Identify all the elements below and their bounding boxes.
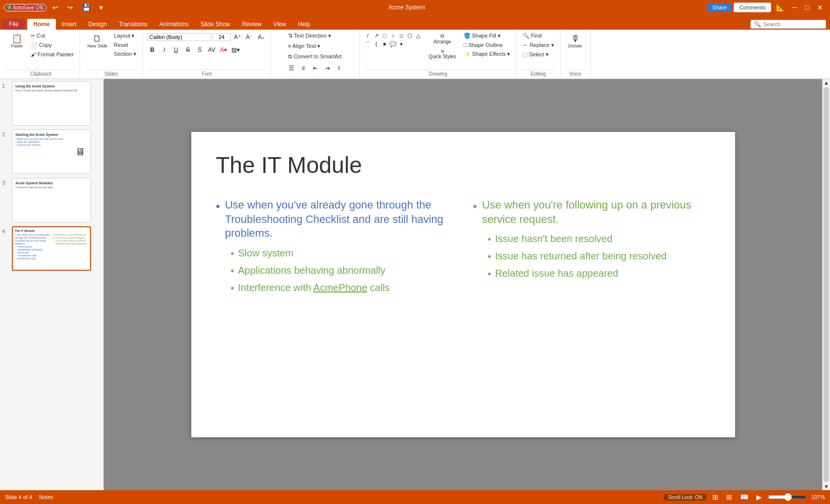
slide-panel: 1 Using the Acme System How to create an…	[0, 79, 104, 490]
tab-transitions[interactable]: Transitions	[113, 19, 153, 30]
font-name-input[interactable]	[147, 33, 211, 41]
text-direction-label: Text Direction	[294, 33, 327, 39]
maximize-btn[interactable]: □	[802, 2, 812, 12]
rect-shape[interactable]: □	[381, 32, 389, 40]
tab-animations[interactable]: Animations	[153, 19, 194, 30]
title-bar-left: AutoSave ON ↩ ↪ 💾 ▾	[4, 2, 106, 12]
scroll-up-arrow[interactable]: ▲	[823, 79, 830, 86]
pentagon-shape[interactable]: ⬠	[406, 32, 414, 40]
diamond-shape[interactable]: ◇	[397, 32, 405, 40]
slide-sorter-btn[interactable]: ⊞	[724, 493, 734, 502]
scroll-down-arrow[interactable]: ▼	[823, 483, 830, 490]
tab-review[interactable]: Review	[236, 19, 267, 30]
tab-file[interactable]: File	[2, 19, 25, 30]
new-slide-btn[interactable]: 🗋 New Slide	[84, 32, 111, 51]
highlight-btn[interactable]: ▨▾	[230, 44, 241, 55]
status-bar-left: Slide 4 of 4 Notes	[5, 494, 55, 501]
save-btn[interactable]: 💾	[79, 2, 93, 12]
slide-thumb-1[interactable]: 1 Using the Acme System How to create an…	[2, 81, 101, 126]
customize-qat-btn[interactable]: ▾	[96, 2, 106, 12]
close-btn[interactable]: ✕	[814, 2, 826, 12]
bold-btn[interactable]: B	[147, 44, 158, 55]
decrease-indent-btn[interactable]: ⇤	[310, 63, 321, 74]
arrow-shape[interactable]: ↗	[372, 32, 380, 40]
find-btn[interactable]: 🔍 Find	[521, 32, 543, 40]
char-spacing-btn[interactable]: AV	[206, 44, 217, 55]
section-btn[interactable]: Section ▾	[112, 50, 138, 58]
callout-shape[interactable]: 💬	[389, 40, 397, 48]
slide-preview-3: Acme System Modules Choose the right one…	[12, 178, 91, 222]
status-bar-right: Scroll Lock: ON ⊞ ⊞ 📖 ▶ 107%	[664, 493, 825, 502]
scroll-lock-label: Scroll Lock: ON	[668, 495, 702, 500]
shape-outline-btn[interactable]: □ Shape Outline	[462, 41, 512, 49]
underline-btn[interactable]: U	[171, 44, 181, 55]
italic-btn[interactable]: I	[159, 44, 170, 55]
normal-view-btn[interactable]: ⊞	[710, 493, 720, 502]
ribbon-group-voice: 🎙 Dictate Voice	[561, 31, 591, 78]
tab-slideshow[interactable]: Slide Show	[195, 19, 236, 30]
quick-styles-btn[interactable]: ≋ Quick Styles	[426, 47, 459, 61]
curved-shape[interactable]: ⌒	[364, 40, 372, 48]
tab-view[interactable]: View	[267, 19, 292, 30]
reset-btn[interactable]: Reset	[112, 41, 138, 49]
slideshow-btn[interactable]: ▶	[754, 493, 764, 502]
strikethrough-btn[interactable]: S	[182, 44, 193, 55]
slide-area: The IT Module • Use when you've already …	[104, 79, 822, 490]
tab-design[interactable]: Design	[83, 19, 113, 30]
redo-btn[interactable]: ↪	[64, 2, 76, 12]
slide-thumb-3[interactable]: 3 Acme System Modules Choose the right o…	[2, 178, 101, 222]
columns-btn[interactable]: ⫴	[334, 63, 345, 74]
autosave-dot	[7, 5, 11, 9]
quick-styles-icon: ≋	[440, 48, 444, 54]
align-text-label: Align Text	[292, 43, 316, 49]
shape-effects-btn[interactable]: ✨ Shape Effects ▾	[462, 50, 512, 58]
autosave-badge[interactable]: AutoSave ON	[4, 4, 46, 11]
slide-thumb-4[interactable]: 4 The IT Module • Use when you've alread…	[2, 226, 101, 271]
select-btn[interactable]: ⬚ Select ▾	[521, 50, 551, 59]
increase-indent-btn[interactable]: ⇥	[322, 63, 333, 74]
line-shape[interactable]: /	[364, 32, 372, 40]
search-input[interactable]	[763, 21, 823, 27]
dictate-btn[interactable]: 🎙 Dictate	[565, 32, 586, 51]
clear-format-btn[interactable]: Aₓ	[256, 32, 266, 42]
font-color-btn[interactable]: A▾	[218, 44, 229, 55]
layout-btn[interactable]: Layout ▾	[112, 32, 138, 40]
bullets-btn[interactable]: ☰	[286, 63, 297, 74]
more-shapes[interactable]: ▾	[397, 40, 405, 48]
font-size-input[interactable]	[212, 33, 231, 41]
tab-insert[interactable]: Insert	[56, 19, 83, 30]
col1-sub2-dot: •	[231, 264, 234, 277]
minimize-btn[interactable]: ─	[789, 2, 800, 12]
oval-shape[interactable]: ○	[389, 32, 397, 40]
col2-sub1-bullet: • Issue hasn't been resolved	[488, 232, 710, 246]
search-icon: 🔍	[754, 21, 761, 28]
share-btn[interactable]: Share	[707, 3, 732, 12]
align-text-btn[interactable]: ≡ Align Text ▾	[286, 42, 322, 50]
copy-btn[interactable]: 📄 Copy	[29, 41, 76, 49]
paste-btn[interactable]: 📋 Paste	[6, 32, 28, 51]
tab-help[interactable]: Help	[292, 19, 316, 30]
status-bar: Slide 4 of 4 Notes Scroll Lock: ON ⊞ ⊞ 📖…	[0, 490, 830, 504]
undo-btn[interactable]: ↩	[49, 2, 61, 12]
increase-font-btn[interactable]: A⁺	[232, 32, 243, 42]
zoom-slider[interactable]	[768, 493, 807, 501]
replace-btn[interactable]: ↔ Replace ▾	[521, 41, 556, 49]
numbered-list-btn[interactable]: ≡	[298, 63, 309, 74]
reading-view-btn[interactable]: 📖	[738, 493, 750, 502]
arrange-btn[interactable]: ⧉ Arrange	[426, 32, 459, 46]
slide-thumb-2[interactable]: 2 Starting the Acme System • Make sure y…	[2, 129, 101, 174]
triangle-shape[interactable]: △	[414, 32, 422, 40]
convert-smartart-btn[interactable]: ⧉ Convert to SmartArt	[286, 52, 344, 61]
shape-fill-btn[interactable]: 🪣 Shape Fill ▾	[462, 32, 512, 40]
format-painter-btn[interactable]: 🖌 Format Painter	[29, 50, 76, 58]
cut-btn[interactable]: ✂ Cut	[29, 32, 76, 40]
ribbon-display-btn[interactable]: 📐	[773, 2, 787, 12]
decrease-font-btn[interactable]: A⁻	[244, 32, 255, 42]
comments-btn[interactable]: Comments	[734, 2, 771, 12]
tab-home[interactable]: Home	[27, 19, 55, 30]
bracket-shape[interactable]: {	[372, 40, 380, 48]
star-shape[interactable]: ★	[381, 40, 389, 48]
notes-btn[interactable]: Notes	[37, 494, 55, 501]
shadow-btn[interactable]: S	[194, 44, 205, 55]
text-direction-btn[interactable]: ⇅ Text Direction ▾	[286, 32, 334, 40]
